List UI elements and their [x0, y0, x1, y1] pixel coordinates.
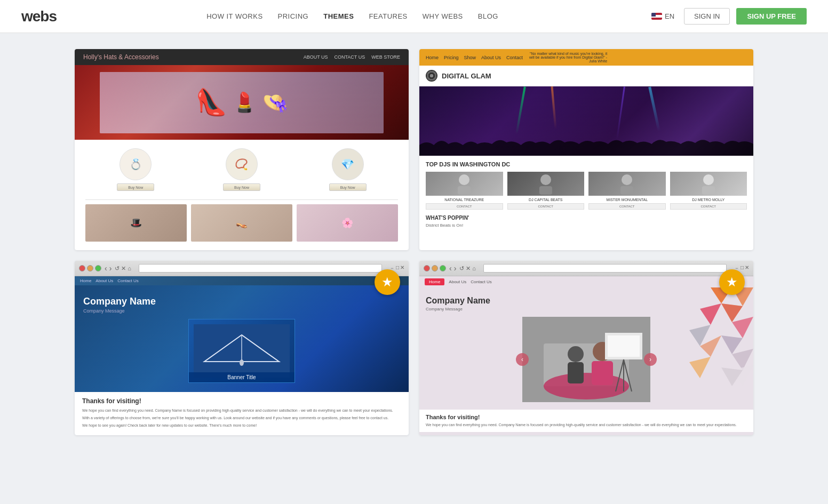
dg-tagline: "No matter what kind of music you're loo… — [527, 52, 607, 63]
refresh-icon[interactable]: ↺ — [115, 265, 120, 272]
dj-silhouette — [535, 173, 556, 195]
geo-back-arrow-icon[interactable]: ‹ — [449, 264, 452, 273]
crowd-svg — [419, 129, 753, 156]
blue-para-1: We hope you can find everything you need… — [82, 408, 401, 413]
geo-text-content: Thanks for visiting! We hope you can fin… — [419, 410, 753, 432]
nav-blog[interactable]: BLOG — [478, 12, 498, 20]
photo-svg — [522, 317, 650, 402]
nav-features[interactable]: FEATURES — [369, 12, 407, 20]
signin-button[interactable]: SIGN IN — [684, 8, 730, 25]
svg-point-4 — [622, 174, 632, 185]
brand-name: DIGITAL GLAM — [442, 72, 491, 80]
window-max-icon[interactable]: □ — [396, 265, 399, 272]
geo-home-icon[interactable]: ⌂ — [472, 265, 476, 272]
hollys-header: Holly's Hats & Accessories ABOUT US CONT… — [75, 49, 409, 65]
product-item: 💍 Buy Now — [85, 148, 186, 191]
district-text: District Beats is On! — [426, 223, 747, 228]
geo-triangles — [647, 287, 753, 409]
dj-photo — [426, 172, 503, 196]
signup-button[interactable]: SIGN UP FREE — [736, 8, 807, 25]
product-image: 💍 — [120, 148, 152, 180]
blue-nav-home: Home — [80, 278, 91, 283]
svg-point-12 — [240, 359, 244, 366]
dj-contact-button[interactable]: CONTACT — [588, 203, 666, 210]
blue-para-3: We hope to see you again! Check back lat… — [82, 423, 401, 428]
svg-rect-35 — [608, 335, 640, 357]
theme-card-digital[interactable]: Home Pricing Show About Us Contact "No m… — [419, 49, 753, 250]
djs-section-title: TOP DJS IN WASHINGTON DC — [426, 161, 747, 167]
svg-rect-1 — [458, 186, 471, 195]
blue-para-2: With a variety of offerings to choose fr… — [82, 415, 401, 421]
dj-name: MISTER MONUMENTAL — [588, 198, 666, 202]
dj-silhouette — [698, 173, 719, 195]
dj-contact-button[interactable]: CONTACT — [670, 203, 747, 210]
geo-nav-about: About Us — [449, 279, 466, 284]
carousel-next-button[interactable]: › — [644, 353, 657, 366]
theme-card-geo[interactable]: ★ ‹ › ↺ ✕ ⌂ － □ ✕ — [419, 261, 753, 435]
buy-now-button[interactable]: Buy Now — [117, 183, 154, 191]
theme-card-blue[interactable]: ★ ‹ › ↺ ✕ ⌂ － □ ✕ — [75, 261, 409, 435]
geo-site-header: Home About Us Contact Us — [419, 276, 753, 287]
browser-url-bar[interactable] — [139, 264, 382, 273]
geo-url-bar[interactable] — [483, 264, 727, 273]
product-item: 💎 Buy Now — [297, 148, 398, 191]
nav-how-it-works[interactable]: HOW IT WORKS — [206, 12, 262, 20]
geo-min-btn[interactable] — [432, 265, 438, 271]
language-selector[interactable]: EN — [648, 10, 678, 22]
hollys-nav: ABOUT US CONTACT US WEB STORE — [304, 54, 400, 60]
geo-close-btn[interactable] — [424, 265, 430, 271]
browser-max-btn[interactable] — [95, 265, 101, 271]
geo-stop-icon[interactable]: ✕ — [466, 265, 471, 272]
svg-point-0 — [459, 174, 469, 185]
buy-now-button[interactable]: Buy Now — [329, 183, 367, 191]
svg-rect-5 — [620, 186, 633, 195]
digital-logo-area: DIGITAL GLAM — [419, 66, 753, 86]
dj-name: NATIONAL TREAZURE — [426, 198, 503, 202]
geo-browser-chrome: ‹ › ↺ ✕ ⌂ － □ ✕ — [419, 261, 753, 276]
svg-marker-23 — [689, 357, 711, 378]
hollys-title: Holly's Hats & Accessories — [83, 53, 159, 61]
dj-contact-button[interactable]: CONTACT — [507, 203, 585, 210]
buy-now-button[interactable]: Buy Now — [223, 183, 260, 191]
blue-nav-about: About Us — [95, 278, 113, 283]
digital-content: TOP DJS IN WASHINGTON DC NATIONAL TREAZU… — [419, 156, 753, 233]
geo-forward-arrow-icon[interactable]: › — [454, 264, 457, 273]
forward-arrow-icon[interactable]: › — [109, 264, 112, 273]
carousel-prev-button[interactable]: ‹ — [516, 353, 529, 366]
back-arrow-icon[interactable]: ‹ — [105, 264, 107, 273]
window-close-icon[interactable]: ✕ — [400, 265, 404, 272]
hollys-bottom-products: 🎩 👡 🌸 — [75, 200, 409, 250]
logo[interactable]: webs — [21, 8, 57, 25]
geo-nav: About Us Contact Us — [449, 279, 491, 284]
geo-window-close-icon[interactable]: ✕ — [745, 265, 749, 272]
geo-company-name: Company Name — [426, 296, 747, 306]
bottom-product-3: 🌸 — [297, 204, 398, 242]
banner-title: Banner Title — [189, 372, 294, 382]
nav-themes[interactable]: THEMES — [323, 12, 354, 20]
stop-icon[interactable]: ✕ — [121, 265, 126, 272]
geo-company-message: Company Message — [426, 307, 747, 311]
theme-card-hollys[interactable]: Holly's Hats & Accessories ABOUT US CONT… — [75, 49, 409, 250]
browser-min-btn[interactable] — [87, 265, 93, 271]
featured-star-badge: ★ — [375, 269, 400, 295]
home-icon[interactable]: ⌂ — [128, 265, 131, 272]
nav-why-webs[interactable]: WHY WEBS — [423, 12, 463, 20]
digital-banner — [419, 86, 753, 156]
blue-company-message: Company Message — [83, 308, 400, 314]
nav-pricing[interactable]: PRICING — [278, 12, 309, 20]
dj-contact-button[interactable]: CONTACT — [426, 203, 503, 210]
geo-home-btn[interactable]: Home — [425, 278, 444, 285]
dj-name: DJ CAPITAL BEATS — [507, 198, 585, 202]
geo-browser-controls: ↺ ✕ ⌂ — [459, 265, 476, 272]
geo-photo — [522, 317, 650, 402]
geo-max-btn[interactable] — [440, 265, 446, 271]
geo-browser-buttons — [424, 265, 446, 271]
digital-nav: Home Pricing Show About Us Contact — [426, 55, 523, 60]
blue-company-name: Company Name — [83, 296, 400, 307]
dg-nav-about: About Us — [481, 55, 501, 60]
bottom-product-2: 👡 — [191, 204, 292, 242]
geo-refresh-icon[interactable]: ↺ — [459, 265, 464, 272]
browser-close-btn[interactable] — [79, 265, 85, 271]
geo-window-max-icon[interactable]: □ — [741, 265, 744, 272]
featured-star-badge-geo: ★ — [719, 269, 745, 295]
